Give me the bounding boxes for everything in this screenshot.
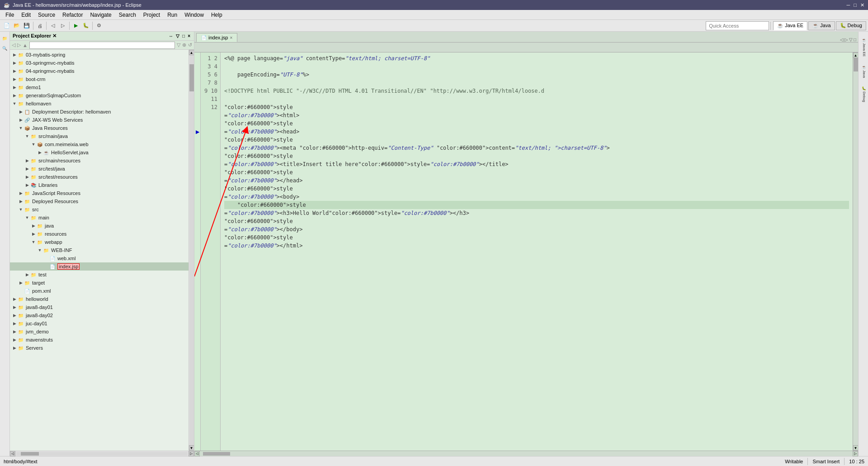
- toolbar-print[interactable]: 🖨: [35, 21, 44, 30]
- pe-refresh-btn[interactable]: ↺: [188, 42, 192, 48]
- tree-item[interactable]: ▶📁target: [10, 279, 189, 287]
- menu-window[interactable]: Window: [181, 11, 208, 19]
- right-icon-java[interactable]: ☕ Java: [859, 62, 868, 81]
- editor-vscroll-down[interactable]: ▼: [853, 445, 859, 451]
- menu-search[interactable]: Search: [115, 11, 140, 19]
- menu-refactor[interactable]: Refactor: [59, 11, 86, 19]
- tree-item[interactable]: ▶📁mavenstruts: [10, 336, 189, 344]
- pe-hscroll-track[interactable]: [16, 452, 188, 456]
- pe-scroll-up[interactable]: ▲: [189, 50, 194, 55]
- tree-item[interactable]: ▶📁JavaScript Resources: [10, 189, 189, 197]
- pe-link-btn[interactable]: ⊕: [182, 42, 186, 48]
- left-icon-2[interactable]: 🔍: [1, 44, 9, 52]
- tree-item[interactable]: ▶📁java8-day02: [10, 311, 189, 319]
- tree-item[interactable]: ▼📁hellomaven: [10, 100, 189, 108]
- tree-item[interactable]: ▼📦Java Resources: [10, 124, 189, 132]
- left-icon-1[interactable]: 📁: [1, 34, 9, 43]
- pe-hscroll-left[interactable]: ◁: [10, 451, 15, 456]
- tree-item[interactable]: ▶📁java8-day01: [10, 303, 189, 311]
- editor-tab-indexjsp[interactable]: 📄 index.jsp ×: [196, 33, 237, 42]
- editor-vertical-scrollbar[interactable]: ▲ ▼: [853, 52, 858, 451]
- tree-item[interactable]: ▶📁src/test/resources: [10, 173, 189, 181]
- pe-nav-back[interactable]: ◁: [12, 42, 15, 48]
- tree-item[interactable]: ▶📁generatorSqlmapCustom: [10, 91, 189, 100]
- editor-hscroll-left[interactable]: ◁: [194, 451, 200, 456]
- menu-file[interactable]: File: [2, 11, 18, 19]
- tree-item[interactable]: ▼📁main: [10, 214, 189, 222]
- tree-item[interactable]: ▶📁src/main/resources: [10, 157, 189, 165]
- tree-item[interactable]: ▶📁03-mybatis-spring: [10, 51, 189, 59]
- menu-navigate[interactable]: Navigate: [86, 11, 115, 19]
- tree-item[interactable]: ▶📁java: [10, 222, 189, 230]
- maximize-button[interactable]: □: [854, 2, 857, 8]
- tab-max[interactable]: □: [854, 37, 856, 42]
- menu-run[interactable]: Run: [164, 11, 181, 19]
- tree-item[interactable]: ▶📁src/test/java: [10, 165, 189, 173]
- tree-item[interactable]: ▶📁test: [10, 271, 189, 279]
- tree-item[interactable]: ▼📁src/main/java: [10, 132, 189, 140]
- tree-item[interactable]: ▼📁WEB-INF: [10, 246, 189, 254]
- pe-max-btn[interactable]: □: [181, 33, 186, 38]
- editor-hscroll-right[interactable]: ▷: [853, 451, 858, 456]
- pe-close-btn[interactable]: ×: [187, 33, 191, 38]
- editor-horizontal-scrollbar[interactable]: ◁ ▷: [194, 451, 858, 456]
- code-editor-content[interactable]: <%@ page language="java" contentType="te…: [221, 52, 853, 451]
- editor-vscroll-track[interactable]: [854, 58, 858, 445]
- pe-scroll-down[interactable]: ▼: [189, 445, 194, 451]
- close-button[interactable]: ✕: [860, 2, 864, 8]
- pe-filter-btn[interactable]: ▽: [177, 42, 180, 48]
- toolbar-save[interactable]: 💾: [22, 21, 31, 30]
- tree-item[interactable]: 📄web.xml: [10, 254, 189, 262]
- menu-help[interactable]: Help: [208, 11, 226, 19]
- tree-item[interactable]: ▶📁Servers: [10, 344, 189, 352]
- menu-source[interactable]: Source: [34, 11, 59, 19]
- tree-item[interactable]: ▶☕HelloServlet.java: [10, 148, 189, 157]
- perspective-javaee[interactable]: ☕ Java EE: [773, 21, 807, 30]
- toolbar-forward[interactable]: ▷: [58, 21, 67, 30]
- perspective-debug[interactable]: 🐛 Debug: [836, 21, 866, 30]
- tree-item[interactable]: ▶📁jvm_demo: [10, 328, 189, 336]
- editor-tab-close[interactable]: ×: [230, 35, 232, 40]
- pe-nav-up[interactable]: ▲: [23, 43, 28, 48]
- minimize-button[interactable]: ─: [847, 2, 850, 8]
- editor-hscroll-track[interactable]: [201, 452, 852, 456]
- menu-project[interactable]: Project: [140, 11, 164, 19]
- tree-item[interactable]: ▶📁Deployed Resources: [10, 197, 189, 205]
- pe-scroll-thumb[interactable]: [189, 64, 194, 91]
- tree-item[interactable]: 📄index.jsp: [10, 262, 189, 271]
- toolbar-open[interactable]: 📂: [12, 21, 21, 30]
- tree-item[interactable]: ▶🔗JAX-WS Web Services: [10, 116, 189, 124]
- pe-menu-btn[interactable]: ▽: [175, 33, 180, 38]
- tree-item[interactable]: ▶📁04-springmvc-mybatis: [10, 67, 189, 75]
- tree-item[interactable]: ▶📁boot-crm: [10, 75, 189, 83]
- toolbar-new[interactable]: 📄: [2, 21, 11, 30]
- tree-item[interactable]: 📄pom.xml: [10, 287, 189, 295]
- menu-edit[interactable]: Edit: [18, 11, 34, 19]
- tab-menu[interactable]: ▽: [849, 37, 853, 42]
- toolbar-debug[interactable]: 🐛: [81, 21, 90, 30]
- tree-item[interactable]: ▶📁03-springmvc-mybatis: [10, 59, 189, 67]
- pe-collapse-btn[interactable]: ↔: [168, 33, 174, 38]
- pe-vertical-scrollbar[interactable]: ▲ ▼: [189, 50, 194, 451]
- right-icon-javaee[interactable]: ☕ Java EE: [859, 34, 868, 60]
- tree-item[interactable]: ▶📋Deployment Descriptor: hellomaven: [10, 108, 189, 116]
- tree-item[interactable]: ▶📚Libraries: [10, 181, 189, 189]
- right-icon-debug[interactable]: 🐛 Debug: [859, 83, 868, 105]
- tree-item[interactable]: ▼📦com.meimeixia.web: [10, 140, 189, 148]
- tree-item[interactable]: ▶📁helloworld: [10, 295, 189, 303]
- perspective-java[interactable]: ☕ Java: [808, 21, 835, 30]
- tree-item[interactable]: ▼📁webapp: [10, 238, 189, 246]
- pe-nav-forward[interactable]: ▷: [17, 42, 21, 48]
- tree-item[interactable]: ▶📁resources: [10, 230, 189, 238]
- toolbar-back[interactable]: ◁: [48, 21, 57, 30]
- editor-vscroll-up[interactable]: ▲: [853, 52, 859, 58]
- tree-item[interactable]: ▶📁juc-day01: [10, 319, 189, 328]
- tab-scroll-right[interactable]: ▷: [844, 37, 848, 42]
- tab-scroll-left[interactable]: ◁: [840, 37, 844, 42]
- tree-item[interactable]: ▶📁demo1: [10, 83, 189, 91]
- toolbar-misc1[interactable]: ⚙: [94, 21, 104, 30]
- pe-horizontal-scrollbar[interactable]: ◁ ▷: [10, 451, 194, 456]
- pe-scroll-track[interactable]: [189, 55, 194, 445]
- toolbar-run[interactable]: ▶: [71, 21, 80, 30]
- tree-item[interactable]: ▼📁src: [10, 205, 189, 214]
